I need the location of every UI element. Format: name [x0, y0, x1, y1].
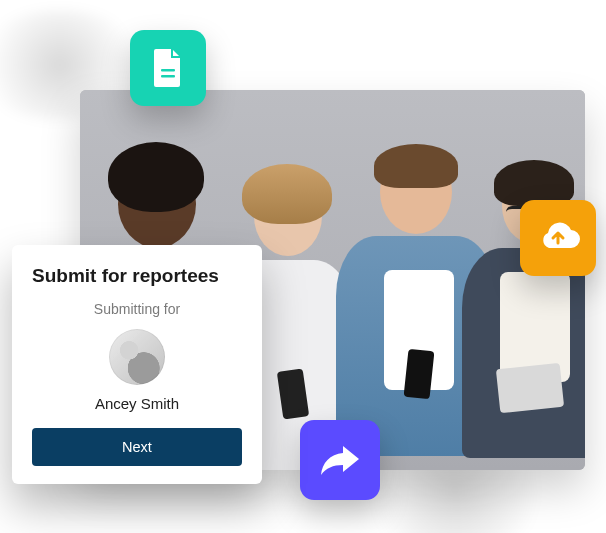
- svg-rect-0: [161, 69, 175, 72]
- stage: Submit for reportees Submitting for Ance…: [0, 0, 606, 533]
- reportee-name: Ancey Smith: [32, 395, 242, 412]
- cloud-upload-tile: [520, 200, 596, 276]
- share-arrow-icon: [317, 440, 363, 480]
- card-title: Submit for reportees: [32, 265, 242, 287]
- document-tile: [130, 30, 206, 106]
- cloud-upload-icon: [535, 221, 581, 255]
- share-tile: [300, 420, 380, 500]
- document-icon: [150, 47, 186, 89]
- submit-card: Submit for reportees Submitting for Ance…: [12, 245, 262, 484]
- svg-rect-1: [161, 75, 175, 78]
- avatar: [109, 329, 165, 385]
- card-subtitle: Submitting for: [32, 301, 242, 317]
- next-button[interactable]: Next: [32, 428, 242, 466]
